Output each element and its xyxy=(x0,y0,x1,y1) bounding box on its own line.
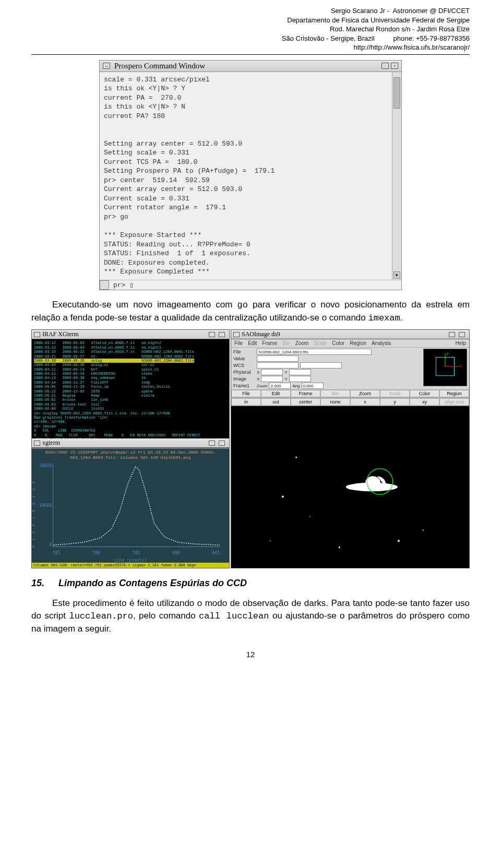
maximize-icon[interactable]: ▫ xyxy=(391,63,398,69)
maximize-icon[interactable] xyxy=(219,332,225,337)
menu-frame[interactable]: Frame xyxy=(262,340,277,346)
minimize-icon[interactable] xyxy=(209,332,215,337)
term-listing-a: 2009-03-12 2009-08-03 dflatxd_on.0008.f.… xyxy=(34,341,194,358)
btn-color[interactable]: Color xyxy=(410,390,439,397)
btn-file[interactable]: File xyxy=(231,390,261,397)
maximize-icon[interactable] xyxy=(459,332,465,337)
info-value-field xyxy=(257,355,299,362)
xgterm-terminal[interactable]: 2009-03-12 2009-08-03 dflatxd_on.0008.f.… xyxy=(32,339,229,438)
section-heading: 15. Limpando as Contagens Espúrias do CC… xyxy=(31,578,470,589)
svg-point-12 xyxy=(398,540,400,542)
info-lbl-physical: Physical xyxy=(233,370,255,375)
scrollbar-thumb[interactable] xyxy=(393,77,400,109)
paragraph-1: Executando-se um novo imageamento com go… xyxy=(31,299,470,325)
info-ang-lbl: Ang xyxy=(292,384,300,388)
menu-help[interactable]: Help xyxy=(455,340,466,346)
info-img-x xyxy=(261,376,283,382)
ds9-window: SAOImage ds9 File Edit Frame Bin Zoom Sc… xyxy=(231,329,470,568)
p1-code-go: go xyxy=(237,300,247,310)
svg-point-10 xyxy=(282,496,284,498)
prospero-scrollbar[interactable]: ▾ xyxy=(392,72,401,280)
menu-edit[interactable]: Edit xyxy=(248,340,257,346)
menu-zoom[interactable]: Zoom xyxy=(295,340,309,346)
p1-code-imexam: imexam xyxy=(368,313,400,323)
section-number-15: 15. xyxy=(31,578,46,589)
menu-file[interactable]: File xyxy=(234,340,243,346)
info-lbl-wcs: WCS xyxy=(233,363,255,368)
prospero-title-text: Prospero Command Window xyxy=(114,62,205,70)
ds9-button-row-2: in out center none x y xy align wcs xyxy=(231,398,469,406)
xtick: 605 xyxy=(212,551,220,555)
info-file-value: SO098-002_1204.0003.fits xyxy=(257,349,372,355)
xgterm-window: IRAF XGterm 2009-03-12 2009-08-03 dflatx… xyxy=(31,329,230,568)
section-title-15: Limpando as Contagens Espúrias do CCD xyxy=(58,578,247,589)
maximize-icon[interactable] xyxy=(219,441,225,446)
ds9-titlebar: SAOImage ds9 xyxy=(231,330,469,339)
btn-frame[interactable]: Frame xyxy=(291,390,320,397)
info-lbl-frame: Frame1 xyxy=(233,383,255,388)
p1-text-c: . xyxy=(400,313,403,323)
btn-in[interactable]: in xyxy=(231,398,261,406)
ytick: 0 xyxy=(49,542,52,547)
scrollbar-down-arrow[interactable]: ▾ xyxy=(393,271,400,279)
btn-region[interactable]: Region xyxy=(439,390,469,397)
menu-analysis[interactable]: Analysis xyxy=(372,340,391,346)
btn-out[interactable]: out xyxy=(261,398,291,406)
menu-bin: Bin xyxy=(282,340,290,346)
xtick: 600 xyxy=(172,551,180,555)
xgterm-titlebar-2: xgterm xyxy=(32,438,229,448)
page-number: 12 xyxy=(31,650,470,659)
header-line-2: Departamento de Fisica da Universidade F… xyxy=(31,16,470,25)
figure-terminal-ds9: IRAF XGterm 2009-03-12 2009-08-03 dflatx… xyxy=(31,329,470,568)
cmdline-corner-icon xyxy=(100,280,109,290)
btn-bin: Bin xyxy=(320,390,350,397)
window-menu-icon[interactable]: – xyxy=(103,63,110,69)
ds9-button-row-1: File Edit Frame Bin Zoom Scale Color Reg… xyxy=(231,389,469,398)
plot-xlabel: Line (pixels) xyxy=(32,558,229,563)
btn-x[interactable]: x xyxy=(350,398,380,406)
window-menu-icon[interactable] xyxy=(34,332,40,337)
btn-xy[interactable]: xy xyxy=(410,398,439,406)
minimize-icon[interactable]: · xyxy=(381,63,389,69)
plot-x-ticks: 585 590 595 600 605 xyxy=(53,551,220,555)
btn-edit[interactable]: Edit xyxy=(261,390,291,397)
window-menu-icon[interactable] xyxy=(233,332,240,337)
btn-y[interactable]: y xyxy=(380,398,410,406)
prospero-cmdline: pr> ▯ xyxy=(100,280,401,290)
menu-region[interactable]: Region xyxy=(350,340,366,346)
info-phys-y xyxy=(289,369,311,375)
ds9-panner[interactable]: Y X xyxy=(423,349,467,386)
svg-point-14 xyxy=(339,546,340,548)
term-listing-b: 2009-04-09 2009-08-30 dolog.cl sor.cl 20… xyxy=(34,363,200,438)
info-lbl-image: Image xyxy=(233,376,255,382)
btn-center[interactable]: center xyxy=(291,398,320,406)
header-line-1: Sergio Scarano Jr - Astronomer @ DFI/CCE… xyxy=(31,6,470,16)
xtick: 595 xyxy=(133,551,140,555)
btn-zoom[interactable]: Zoom xyxy=(350,390,380,397)
prospero-output: scale = 0.331 arcsec/pixel is this ok <Y… xyxy=(100,72,392,280)
window-menu-icon[interactable] xyxy=(34,441,40,446)
p2-code-lucclean-pro: lucclean.pro xyxy=(69,611,133,621)
minimize-icon[interactable] xyxy=(449,332,455,337)
plot-curve-svg xyxy=(53,463,220,547)
minimize-icon[interactable] xyxy=(209,441,215,446)
p1-text-a: Executando-se um novo imageamento com xyxy=(52,300,237,310)
info-phys-x xyxy=(261,369,283,375)
header-rule xyxy=(31,54,470,55)
p2-code-call-lucclean: call lucclean xyxy=(199,611,269,621)
svg-text:X: X xyxy=(459,365,462,368)
info-wcs-2 xyxy=(300,362,342,368)
svg-point-13 xyxy=(422,530,423,531)
ytick: 10000 xyxy=(39,503,52,508)
menu-color[interactable]: Color xyxy=(332,340,344,346)
xtick: 585 xyxy=(53,551,60,555)
xtick: 590 xyxy=(92,551,100,555)
term-listing-hl: 2009-03-30 2009-08-29 dolog SO098-002_12… xyxy=(34,359,194,363)
info-img-y xyxy=(289,376,311,382)
ds9-image-display[interactable] xyxy=(231,406,469,568)
info-zoom: 2.000 xyxy=(269,383,291,389)
btn-none[interactable]: none xyxy=(320,398,350,406)
header-line-4-left: São Cristovão - Sergipe, Brazil xyxy=(282,34,375,43)
btn-scale: Scale xyxy=(380,390,410,397)
prospero-prompt[interactable]: pr> ▯ xyxy=(109,280,401,290)
